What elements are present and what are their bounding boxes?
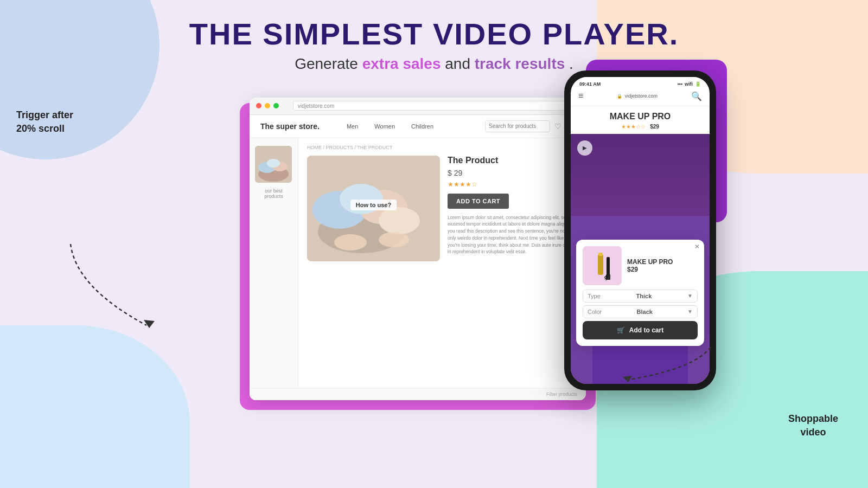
browser-btn-minimize[interactable] bbox=[265, 103, 270, 108]
left-annotation: Trigger after 20% scroll bbox=[16, 108, 73, 136]
lock-icon: 🔒 bbox=[617, 94, 622, 99]
svg-point-12 bbox=[379, 207, 420, 234]
subtitle-highlight1: extra sales bbox=[362, 55, 441, 72]
shoppable-card-info: MAKE UP PRO $29 bbox=[627, 258, 698, 273]
browser-url: vidjetstore.com bbox=[298, 103, 334, 109]
phone-play-button[interactable]: ▶ bbox=[577, 140, 592, 156]
color-chevron: ▼ bbox=[687, 309, 693, 314]
svg-point-6 bbox=[267, 159, 280, 168]
shoppable-arrow bbox=[613, 336, 722, 401]
phone-status-icons: ▪▪▪ wifi 🔋 bbox=[677, 81, 701, 87]
trigger-arrow bbox=[60, 233, 168, 342]
sidebar-label: our best products bbox=[255, 188, 292, 199]
subtitle-before: Generate bbox=[295, 55, 362, 72]
phone-time: 09:41 AM bbox=[579, 81, 601, 87]
hamburger-icon[interactable]: ≡ bbox=[578, 91, 583, 101]
sidebar-thumb bbox=[255, 146, 292, 183]
type-value: Thick bbox=[636, 293, 652, 299]
product-stars: ★★★★☆ bbox=[448, 181, 577, 188]
svg-point-14 bbox=[379, 232, 409, 247]
browser-titlebar: vidjetstore.com bbox=[250, 98, 586, 115]
annotation-left-subtitle: 20% scroll bbox=[16, 122, 73, 136]
cart-icon-phone: 🛒 bbox=[617, 326, 625, 334]
phone-stars: ★★★☆☆ bbox=[621, 124, 646, 130]
product-info: The Product $ 29 ★★★★☆ ADD TO CART Lorem… bbox=[448, 156, 577, 261]
phone-nav: ≡ 🔒 vidjetstore.com 🔍 bbox=[571, 89, 710, 106]
svg-point-13 bbox=[334, 234, 367, 251]
color-label: Color bbox=[588, 309, 602, 315]
nav-item-children[interactable]: Children bbox=[411, 123, 433, 130]
add-to-cart-label: Add to cart bbox=[629, 326, 663, 334]
shoppable-product-price: $29 bbox=[627, 266, 698, 273]
product-title: The Product bbox=[448, 156, 577, 165]
search-icon[interactable]: 🔍 bbox=[691, 91, 702, 101]
browser-btn-close[interactable] bbox=[256, 103, 261, 108]
subtitle-after: . bbox=[569, 55, 573, 72]
right-annotation: Shoppable video bbox=[788, 412, 838, 439]
product-thumbnail bbox=[583, 246, 622, 285]
color-select[interactable]: Color Black ▼ bbox=[583, 305, 698, 318]
phone-url-bar: 🔒 vidjetstore.com bbox=[617, 91, 658, 101]
subtitle: Generate extra sales and track results . bbox=[0, 55, 868, 73]
store-logo: The super store. bbox=[260, 122, 320, 131]
store-footer: Filter products bbox=[250, 388, 586, 400]
store-body: our best products HOME / PRODUCTS / THE … bbox=[250, 138, 586, 388]
phone-status-bar: 09:41 AM ▪▪▪ wifi 🔋 bbox=[571, 77, 710, 89]
browser-urlbar[interactable]: vidjetstore.com bbox=[293, 101, 569, 111]
store-product-area: HOME / PRODUCTS / THE PRODUCT bbox=[298, 138, 586, 388]
close-button[interactable]: ✕ bbox=[694, 243, 700, 251]
type-label: Type bbox=[588, 293, 601, 299]
shoppable-card-top: MAKE UP PRO $29 bbox=[583, 246, 698, 285]
phone-price: $29 bbox=[650, 124, 659, 130]
phone-product-rating: ★★★☆☆ $29 bbox=[571, 124, 710, 130]
product-price: $ 29 bbox=[448, 169, 577, 177]
battery-icon: 🔋 bbox=[695, 81, 701, 87]
shoppable-card: ✕ bbox=[576, 240, 704, 346]
video-label: How to use? bbox=[350, 200, 397, 210]
store-nav: The super store. Men Women Children ♡ 🛒 bbox=[250, 115, 586, 138]
browser-mockup: vidjetstore.com The super store. Men Wom… bbox=[250, 98, 586, 400]
annotation-right-subtitle: video bbox=[788, 426, 838, 439]
annotation-left-title: Trigger after bbox=[16, 108, 73, 122]
wifi-icon: wifi bbox=[685, 81, 693, 87]
subtitle-highlight2: track results bbox=[475, 55, 565, 72]
phone-url: vidjetstore.com bbox=[624, 93, 658, 99]
type-select[interactable]: Type Thick ▼ bbox=[583, 290, 698, 303]
svg-rect-34 bbox=[607, 257, 610, 276]
browser-mockup-wrapper: vidjetstore.com The super store. Men Wom… bbox=[250, 98, 586, 400]
product-video[interactable]: How to use? ▶ bbox=[307, 156, 440, 261]
product-description: Lorem ipsum dolor sit amet, consectetur … bbox=[448, 214, 577, 256]
svg-rect-32 bbox=[598, 254, 603, 275]
store-search-input[interactable] bbox=[485, 120, 550, 132]
svg-marker-1 bbox=[623, 376, 632, 382]
color-value: Black bbox=[637, 309, 653, 315]
nav-item-men[interactable]: Men bbox=[347, 123, 358, 130]
browser-btn-maximize[interactable] bbox=[273, 103, 279, 108]
main-title: THE SIMPLEST VIDEO PLAYER. bbox=[0, 17, 868, 51]
signal-icon: ▪▪▪ bbox=[677, 81, 682, 87]
svg-rect-33 bbox=[598, 253, 603, 256]
filter-label[interactable]: Filter products bbox=[546, 391, 577, 397]
type-chevron: ▼ bbox=[687, 293, 693, 299]
header: THE SIMPLEST VIDEO PLAYER. Generate extr… bbox=[0, 0, 868, 81]
product-area: How to use? ▶ The Product $ 29 ★★★★☆ ADD… bbox=[307, 156, 577, 261]
annotation-right-title: Shoppable bbox=[788, 412, 838, 426]
wishlist-icon[interactable]: ♡ bbox=[554, 122, 561, 131]
store-sidebar: our best products bbox=[250, 138, 298, 388]
shoppable-product-title: MAKE UP PRO bbox=[627, 258, 698, 266]
subtitle-middle: and bbox=[445, 55, 475, 72]
breadcrumb: HOME / PRODUCTS / THE PRODUCT bbox=[307, 145, 577, 150]
phone-product-name: MAKE UP PRO bbox=[571, 106, 710, 124]
add-to-cart-button[interactable]: ADD TO CART bbox=[448, 194, 509, 209]
phone-play-icon: ▶ bbox=[583, 145, 587, 151]
nav-item-women[interactable]: Women bbox=[374, 123, 395, 130]
